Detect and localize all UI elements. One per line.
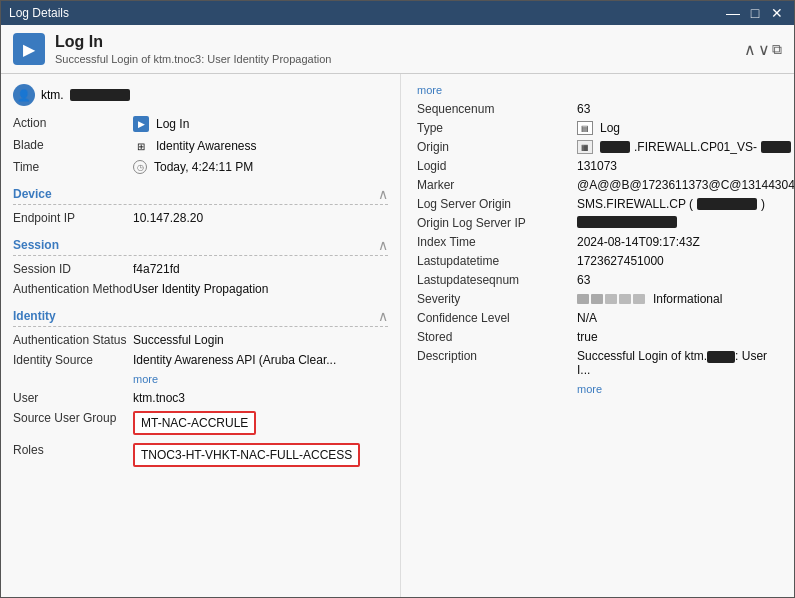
action-value: ▶ Log In [133,116,189,132]
device-section-title: Device [13,187,52,201]
roles-value: TNOC3-HT-VHKT-NAC-FULL-ACCESS [133,443,360,469]
log-title: Log In [55,33,331,51]
header-left: ▶ Log In Successful Login of ktm.tnoc3: … [13,33,331,65]
description-label: Description [417,349,577,363]
lastupdateseqnum-row: Lastupdateseqnum 63 [417,273,778,287]
prev-log-button[interactable]: ∧ [744,40,756,59]
session-section-title: Session [13,238,59,252]
time-value: ◷ Today, 4:24:11 PM [133,160,253,174]
severity-seg-4 [619,294,631,304]
identity-section-title: Identity [13,309,56,323]
avatar: 👤 [13,84,35,106]
endpoint-ip-label: Endpoint IP [13,211,133,225]
blade-row: Blade ⊞ Identity Awareness [13,138,388,154]
session-id-row: Session ID f4a721fd [13,262,388,276]
identity-source-more-link[interactable]: more [133,373,158,385]
title-bar-controls: — □ ✕ [724,5,786,21]
marker-value: @A@@B@1723611373@C@13144304 [577,178,794,192]
marker-row: Marker @A@@B@1723611373@C@13144304 [417,178,778,192]
blade-value: ⊞ Identity Awareness [133,138,257,154]
source-user-group-label: Source User Group [13,411,133,425]
time-label: Time [13,160,133,174]
severity-seg-5 [633,294,645,304]
clock-icon: ◷ [133,160,147,174]
device-toggle[interactable]: ∧ [378,186,388,202]
description-more-link[interactable]: more [577,383,602,395]
confidence-level-row: Confidence Level N/A [417,311,778,325]
severity-bar [577,294,645,304]
identity-source-row: Identity Source Identity Awareness API (… [13,353,388,385]
lastupdatetime-value: 1723627451000 [577,254,664,268]
origin-log-server-ip-value [577,216,677,228]
type-label: Type [417,121,577,135]
log-server-origin-label: Log Server Origin [417,197,577,211]
session-id-value: f4a721fd [133,262,180,276]
sequencenum-row: Sequencenum 63 [417,102,778,116]
identity-source-label: Identity Source [13,353,133,367]
lastupdatetime-label: Lastupdatetime [417,254,577,268]
stored-row: Stored true [417,330,778,344]
session-id-label: Session ID [13,262,133,276]
log-type-icon: ▶ [13,33,45,65]
type-value: ▤ Log [577,121,620,135]
source-user-group-box: MT-NAC-ACCRULE [133,411,256,435]
auth-status-value: Successful Login [133,333,224,347]
severity-seg-3 [605,294,617,304]
header-text: Log In Successful Login of ktm.tnoc3: Us… [55,33,331,65]
marker-label: Marker [417,178,577,192]
session-section-header: Session ∧ [13,237,388,256]
logid-row: Logid 131073 [417,159,778,173]
severity-row: Severity Informational [417,292,778,306]
identity-source-value: Identity Awareness API (Aruba Clear... m… [133,353,336,385]
device-section-header: Device ∧ [13,186,388,205]
minimize-button[interactable]: — [724,5,742,21]
user-label: User [13,391,133,405]
description-row: Description Successful Login of ktm.: Us… [417,349,778,401]
origin-row: Origin ▦ .FIREWALL.CP01_VS- [417,140,778,154]
origin-ip-redacted [577,216,677,228]
roles-label: Roles [13,443,133,457]
session-toggle[interactable]: ∧ [378,237,388,253]
origin-label: Origin [417,140,577,154]
action-row: Action ▶ Log In [13,116,388,132]
user-row-field: User ktm.tnoc3 [13,391,388,405]
stored-label: Stored [417,330,577,344]
left-panel: 👤 ktm. Action ▶ Log In Blade ⊞ Identity … [1,74,401,597]
log-server-origin-row: Log Server Origin SMS.FIREWALL.CP () [417,197,778,211]
index-time-row: Index Time 2024-08-14T09:17:43Z [417,235,778,249]
top-more-link[interactable]: more [417,84,778,96]
blade-icon: ⊞ [133,138,149,154]
maximize-button[interactable]: □ [746,5,764,21]
confidence-level-label: Confidence Level [417,311,577,325]
origin-log-server-ip-row: Origin Log Server IP [417,216,778,230]
time-row: Time ◷ Today, 4:24:11 PM [13,160,388,174]
right-panel: more Sequencenum 63 Type ▤ Log Origin ▦ … [401,74,794,597]
window: Log Details — □ ✕ ▶ Log In Successful Lo… [0,0,795,598]
copy-button[interactable]: ⧉ [772,40,782,59]
source-user-group-row: Source User Group MT-NAC-ACCRULE [13,411,388,437]
action-label: Action [13,116,133,130]
server-icon: ▦ [577,140,593,154]
lastupdateseqnum-label: Lastupdateseqnum [417,273,577,287]
description-value: Successful Login of ktm.: User I... more [577,349,778,401]
logid-value: 131073 [577,159,617,173]
close-button[interactable]: ✕ [768,5,786,21]
sequencenum-label: Sequencenum [417,102,577,116]
endpoint-ip-value: 10.147.28.20 [133,211,203,225]
lastupdatetime-row: Lastupdatetime 1723627451000 [417,254,778,268]
lastupdateseqnum-value: 63 [577,273,590,287]
log-type-icon: ▤ [577,121,593,135]
severity-value: Informational [577,292,722,306]
user-row: 👤 ktm. [13,84,388,106]
next-log-button[interactable]: ∨ [758,40,770,59]
auth-method-label: Authentication Method [13,282,133,296]
stored-value: true [577,330,598,344]
sequencenum-value: 63 [577,102,590,116]
identity-toggle[interactable]: ∧ [378,308,388,324]
blade-label: Blade [13,138,133,152]
roles-box: TNOC3-HT-VHKT-NAC-FULL-ACCESS [133,443,360,467]
title-bar: Log Details — □ ✕ [1,1,794,25]
origin-log-server-ip-label: Origin Log Server IP [417,216,577,230]
auth-status-row: Authentication Status Successful Login [13,333,388,347]
type-row: Type ▤ Log [417,121,778,135]
